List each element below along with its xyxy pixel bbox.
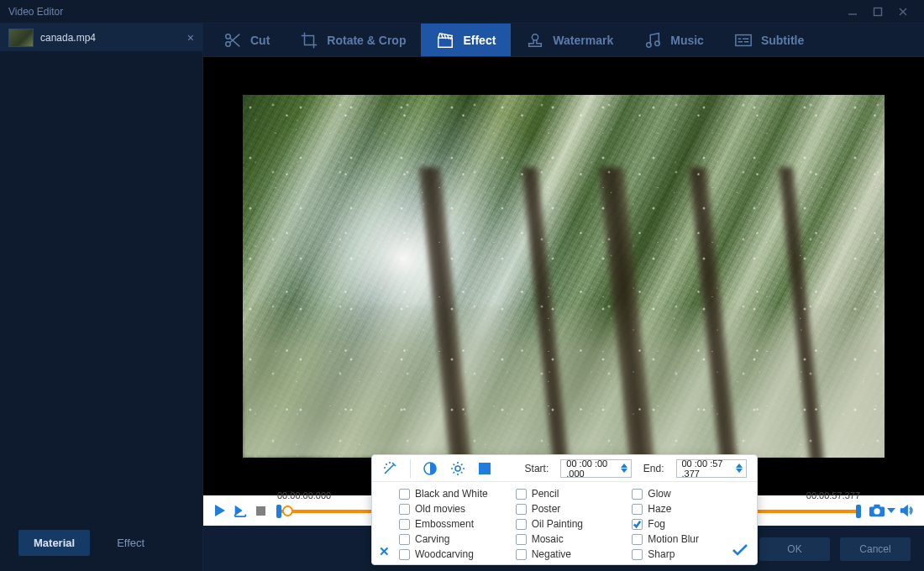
file-tab-close-icon[interactable]: × xyxy=(187,31,194,45)
start-time-label: Start: xyxy=(525,463,549,474)
sidebar: canada.mp4 × Material Effect xyxy=(0,24,203,571)
stop-button[interactable] xyxy=(250,500,270,521)
checkbox[interactable] xyxy=(632,549,643,560)
svg-rect-0 xyxy=(874,8,882,15)
start-time-input[interactable]: 00 :00 :00 .000 xyxy=(560,459,632,478)
effect-option-label: Motion Blur xyxy=(648,533,699,545)
checkbox[interactable] xyxy=(632,534,643,545)
effect-option-label: Old movies xyxy=(415,503,465,515)
checkbox[interactable] xyxy=(399,504,410,515)
start-time-spinner[interactable] xyxy=(621,464,627,473)
playhead[interactable] xyxy=(282,506,293,516)
file-thumbnail xyxy=(8,29,34,47)
effect-option-glow[interactable]: Glow xyxy=(632,487,748,500)
checkbox[interactable] xyxy=(516,489,527,500)
checkbox[interactable] xyxy=(399,549,410,560)
effect-option-woodcarving[interactable]: Woodcarving xyxy=(399,547,516,561)
effect-option-old-movies[interactable]: Old movies xyxy=(399,502,516,516)
tool-effect[interactable]: Effect xyxy=(421,24,511,56)
effect-option-poster[interactable]: Poster xyxy=(516,502,633,516)
effect-option-label: Oil Painting xyxy=(532,518,583,530)
effect-option-label: Poster xyxy=(532,503,561,515)
ok-button[interactable]: OK xyxy=(759,537,830,561)
svg-point-2 xyxy=(226,41,231,46)
effect-option-label: Embossment xyxy=(415,518,474,530)
effect-panel-apply[interactable] xyxy=(732,543,748,559)
effect-option-label: Black and White xyxy=(415,488,488,500)
checkbox[interactable] xyxy=(399,534,410,545)
effect-panel-close[interactable]: ✕ xyxy=(379,544,390,559)
effect-option-oil-painting[interactable]: Oil Painting xyxy=(516,517,633,531)
checkbox[interactable] xyxy=(516,504,527,515)
effect-option-carving[interactable]: Carving xyxy=(399,532,516,546)
effect-option-haze[interactable]: Haze xyxy=(632,502,748,516)
effect-option-label: Haze xyxy=(648,503,671,515)
effect-option-label: Carving xyxy=(415,533,449,545)
checkbox[interactable] xyxy=(632,519,643,530)
cancel-button[interactable]: Cancel xyxy=(840,537,911,561)
preview-area xyxy=(203,57,924,495)
scissors-icon xyxy=(223,31,242,50)
effect-option-pencil[interactable]: Pencil xyxy=(516,487,633,500)
tool-watermark[interactable]: Watermark xyxy=(511,24,628,56)
checkbox[interactable] xyxy=(516,519,527,530)
end-time-input[interactable]: 00 :00 :57 .377 xyxy=(676,459,748,478)
stop-icon xyxy=(256,506,265,516)
checkbox[interactable] xyxy=(516,549,527,560)
titlebar: Video Editor xyxy=(0,0,924,24)
effect-option-fog[interactable]: Fog xyxy=(632,517,748,531)
svg-rect-3 xyxy=(438,38,453,47)
play-range-button[interactable] xyxy=(230,500,250,521)
magic-wand-button[interactable] xyxy=(382,459,398,478)
checkbox[interactable] xyxy=(399,519,410,530)
clapboard-icon xyxy=(436,31,454,50)
close-button[interactable] xyxy=(890,0,916,24)
effect-panel: Start: 00 :00 :00 .000 End: 00 :00 :57 .… xyxy=(371,454,758,565)
sidebar-tabs: Material Effect xyxy=(0,521,202,571)
video-preview[interactable] xyxy=(243,95,885,458)
stamp-icon xyxy=(526,31,544,50)
svg-rect-10 xyxy=(874,505,879,508)
tool-cut[interactable]: Cut xyxy=(208,24,285,56)
effect-option-embossment[interactable]: Embossment xyxy=(399,517,516,531)
effect-option-label: Woodcarving xyxy=(415,548,474,560)
contrast-button[interactable] xyxy=(423,459,438,478)
app-title: Video Editor xyxy=(8,6,63,18)
sidebar-tab-effect[interactable]: Effect xyxy=(102,530,160,556)
snapshot-button[interactable] xyxy=(867,500,887,521)
maximize-button[interactable] xyxy=(865,0,890,24)
sidebar-tab-material[interactable]: Material xyxy=(18,530,90,556)
effect-option-negative[interactable]: Negative xyxy=(516,547,633,561)
effect-option-label: Fog xyxy=(648,518,665,530)
brightness-button[interactable] xyxy=(449,459,465,478)
file-tab[interactable]: canada.mp4 × xyxy=(0,24,202,52)
tool-rotate-crop[interactable]: Rotate & Crop xyxy=(285,24,421,56)
effect-option-label: Pencil xyxy=(532,488,559,500)
svg-point-1 xyxy=(226,34,231,39)
checkbox[interactable] xyxy=(632,489,643,500)
effect-option-label: Mosaic xyxy=(532,533,564,545)
svg-rect-7 xyxy=(736,34,751,45)
toolbar: Cut Rotate & Crop Effect Watermark xyxy=(203,24,924,57)
file-name: canada.mp4 xyxy=(40,32,96,44)
range-handle-right[interactable] xyxy=(856,505,861,518)
volume-button[interactable] xyxy=(897,500,917,521)
effect-option-label: Negative xyxy=(532,548,571,560)
effect-option-mosaic[interactable]: Mosaic xyxy=(516,532,633,546)
end-time-spinner[interactable] xyxy=(736,464,743,473)
color-square-icon xyxy=(479,463,491,474)
effect-option-black-and-white[interactable]: Black and White xyxy=(399,487,516,500)
tool-subtitle[interactable]: Subtitle xyxy=(719,24,819,56)
volume-dropdown-icon[interactable] xyxy=(887,508,895,513)
checkbox[interactable] xyxy=(399,489,410,500)
range-handle-left[interactable] xyxy=(276,505,281,518)
note-icon xyxy=(643,31,662,50)
play-button[interactable] xyxy=(210,500,230,521)
minimize-button[interactable] xyxy=(840,0,865,24)
checkbox[interactable] xyxy=(632,504,643,515)
tool-music[interactable]: Music xyxy=(628,24,719,56)
effect-option-label: Glow xyxy=(648,488,670,500)
checkbox[interactable] xyxy=(516,534,527,545)
color-fill-button[interactable] xyxy=(477,459,493,478)
svg-point-9 xyxy=(874,508,879,514)
